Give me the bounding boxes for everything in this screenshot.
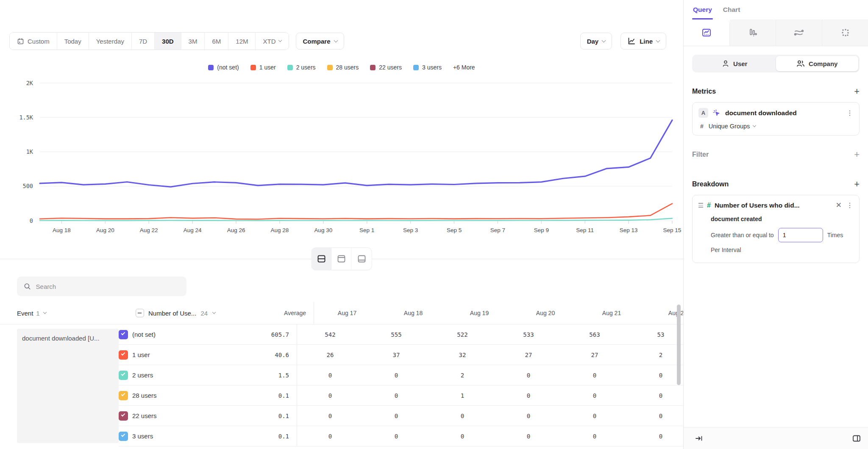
date-range-custom[interactable]: Custom — [10, 33, 57, 50]
breakdown-event-name: document created — [711, 216, 853, 222]
metric-card[interactable]: A document downloaded ⋮ # Unique Groups — [692, 102, 860, 136]
breakdown-table-section: Event 1 Number of Use... 24 Average Aug … — [0, 277, 683, 446]
series-line-1-user[interactable] — [40, 204, 672, 219]
series-rows: (not set)605.7542555522533563531 user40.… — [119, 324, 694, 446]
y-axis-tick: 2K — [26, 80, 33, 86]
times-value-input[interactable] — [778, 228, 823, 242]
x-axis-tick: Sep 1 — [359, 227, 374, 233]
date-range-30d[interactable]: 30D — [155, 33, 181, 50]
segmentation-chart-tab[interactable] — [684, 19, 730, 46]
close-icon[interactable]: ✕ — [835, 201, 843, 210]
chart-type-dropdown[interactable]: Line — [620, 33, 666, 50]
kebab-menu-icon[interactable]: ⋮ — [846, 201, 853, 209]
series-checkbox[interactable] — [119, 432, 128, 441]
legend-item[interactable]: (not set) — [208, 64, 239, 71]
side-panel-toggle-icon[interactable] — [852, 434, 861, 443]
series-checkbox[interactable] — [119, 350, 128, 360]
legend-item[interactable]: 3 users — [413, 64, 442, 71]
date-column-header[interactable]: Aug 18 — [380, 310, 446, 316]
metrics-section-header: Metrics + — [692, 87, 860, 96]
filter-section-header: Filter + — [692, 150, 860, 159]
numeric-property-icon: # — [707, 202, 711, 209]
value-cells: 000000 — [297, 426, 694, 446]
series-checkbox[interactable] — [119, 371, 128, 380]
layout-chart-only-button[interactable] — [332, 248, 352, 270]
date-column-header[interactable]: Aug 19 — [446, 310, 512, 316]
series-checkbox[interactable] — [119, 330, 128, 339]
value-cell: 1 — [429, 392, 495, 399]
query-panel-content: User Company Metrics + A docu — [684, 46, 868, 263]
collapse-panel-icon[interactable] — [695, 434, 703, 443]
add-metric-button[interactable]: + — [854, 87, 860, 96]
value-cell: 563 — [562, 331, 628, 338]
legend-item[interactable]: 28 users — [327, 64, 359, 71]
value-cell: 26 — [297, 352, 363, 358]
more-charts-tab[interactable] — [822, 19, 868, 46]
date-range-12m[interactable]: 12M — [228, 33, 256, 50]
compare-button[interactable]: Compare — [296, 33, 344, 50]
search-input[interactable] — [36, 283, 180, 290]
legend-more-button[interactable]: +6 More — [453, 64, 475, 71]
chart-table-divider — [0, 248, 683, 271]
event-column-header[interactable]: Event 1 — [0, 310, 136, 317]
date-range-6m[interactable]: 6M — [205, 33, 228, 50]
scope-company-option[interactable]: Company — [776, 56, 859, 71]
x-axis-tick: Aug 20 — [96, 227, 114, 233]
x-axis-tick: Aug 18 — [53, 227, 71, 233]
legend-item[interactable]: 22 users — [370, 64, 402, 71]
legend-swatch — [327, 65, 333, 70]
search-icon — [24, 283, 31, 290]
date-range-label: 3M — [189, 38, 198, 45]
series-line--not-set-[interactable] — [40, 120, 672, 187]
table-body: document downloaded [U... (not set)605.7… — [0, 324, 683, 446]
breakdown-card[interactable]: # Number of Users who did... ✕ ⋮ documen… — [692, 195, 860, 263]
add-breakdown-button[interactable]: + — [854, 180, 860, 189]
value-cell: 0 — [562, 413, 628, 419]
legend-item[interactable]: 1 user — [250, 64, 276, 71]
legend-label: (not set) — [217, 64, 239, 71]
kebab-menu-icon[interactable]: ⋮ — [846, 109, 853, 117]
average-column-header[interactable]: Average — [246, 310, 314, 316]
journeys-chart-tab[interactable] — [776, 19, 822, 46]
date-column-header[interactable]: Aug 21 — [579, 310, 645, 316]
series-cell: 2 users — [119, 371, 229, 380]
layout-table-only-button[interactable] — [352, 248, 372, 270]
average-cell: 40.6 — [229, 352, 297, 358]
add-filter-button[interactable]: + — [854, 150, 860, 159]
event-list-item[interactable]: document downloaded [U... — [17, 329, 119, 443]
event-count: 1 — [36, 310, 39, 317]
hash-icon: # — [700, 123, 704, 130]
interval-dropdown[interactable]: Day — [580, 33, 612, 50]
date-range-today[interactable]: Today — [57, 33, 89, 50]
chart-type-label: Line — [640, 38, 653, 45]
legend-item[interactable]: 2 users — [287, 64, 316, 71]
value-cells: 26373227272 — [297, 345, 694, 365]
date-range-label: 30D — [162, 38, 174, 45]
series-cell: (not set) — [119, 330, 229, 339]
series-checkbox[interactable] — [119, 411, 128, 421]
measure-dropdown[interactable]: Unique Groups — [709, 123, 756, 130]
value-cell: 0 — [363, 392, 429, 399]
series-checkbox[interactable] — [119, 391, 128, 400]
date-range-yesterday[interactable]: Yesterday — [89, 33, 132, 50]
date-range-label: 7D — [139, 38, 147, 45]
drag-handle-icon[interactable] — [698, 203, 703, 208]
value-cell: 0 — [562, 433, 628, 440]
legend-swatch — [287, 65, 293, 70]
date-range-7d[interactable]: 7D — [132, 33, 155, 50]
date-column-header[interactable]: Aug 17 — [314, 310, 380, 316]
select-all-checkbox[interactable] — [136, 309, 144, 317]
bar-chart-icon — [748, 28, 758, 38]
table-scrollbar[interactable] — [677, 305, 681, 385]
date-range-3m[interactable]: 3M — [181, 33, 205, 50]
funnel-chart-tab[interactable] — [730, 19, 776, 46]
layout-split-button[interactable] — [312, 248, 332, 270]
date-column-header[interactable]: Aug 20 — [512, 310, 579, 316]
series-column-header[interactable]: Number of Use... 24 — [136, 309, 246, 317]
tab-chart[interactable]: Chart — [723, 6, 740, 19]
scope-user-option[interactable]: User — [693, 56, 776, 71]
user-icon — [722, 60, 729, 67]
tab-query[interactable]: Query — [693, 6, 712, 19]
date-range-xtd[interactable]: XTD — [256, 33, 289, 50]
line-chart[interactable]: 05001K1.5K2KAug 18Aug 20Aug 22Aug 24Aug … — [0, 74, 683, 238]
